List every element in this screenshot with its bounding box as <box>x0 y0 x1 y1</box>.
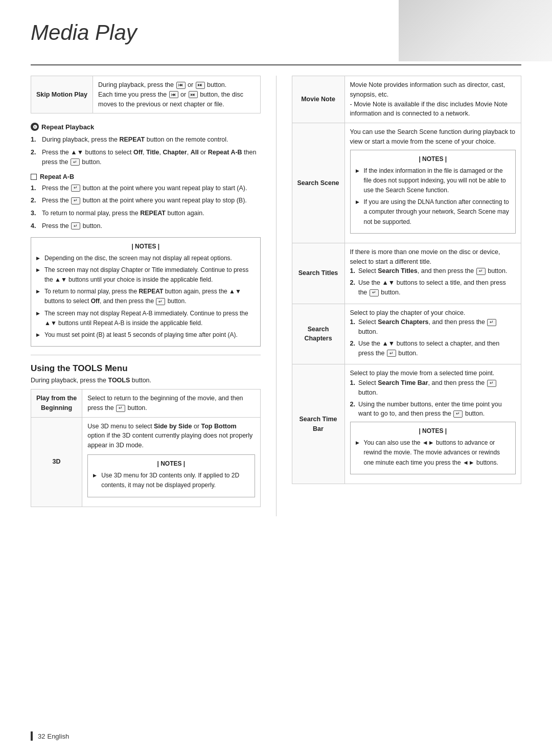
search-chapters-content: Select to play the chapter of your choic… <box>344 304 521 364</box>
search-titles-label: Search Titles <box>292 243 344 304</box>
tools-title: Using the TOOLS Menu <box>31 363 261 374</box>
search-scene-label: Search Scene <box>292 123 344 243</box>
enter-icon-1: ↵ <box>71 185 80 192</box>
stb-notes: | NOTES | You can also use the ◄► button… <box>350 422 516 474</box>
left-notes-box: | NOTES | Depending on the disc, the scr… <box>31 237 261 347</box>
stb-item-1: 1. Select Search Time Bar, and then pres… <box>350 378 516 398</box>
checkbox-icon <box>31 174 37 180</box>
stb-item-2: 2. Using the number buttons, enter the t… <box>350 400 516 419</box>
search-chapters-label: Search Chapters <box>292 304 344 364</box>
stb-notes-list: You can also use the ◄► buttons to advan… <box>356 438 511 468</box>
note-5: You must set point (B) at least 5 second… <box>36 330 255 340</box>
threed-notes-title: | NOTES | <box>93 459 249 469</box>
title-area: Media Play <box>31 20 521 65</box>
ab-item-4: 4. Press the ↵ button. <box>31 221 261 231</box>
search-scene-content: You can use the Search Scene function du… <box>344 123 521 243</box>
enter-icon-stb1: ↵ <box>487 380 496 387</box>
page-footer: 32 English <box>31 731 69 741</box>
note-2: The screen may not display Chapter or Ti… <box>36 265 255 285</box>
enter-icon-stb2: ↵ <box>453 410 463 418</box>
note-4: The screen may not display Repeat A-B im… <box>36 309 255 328</box>
search-titles-row: Search Titles If there is more than one … <box>292 243 521 304</box>
prev-btn-icon2: ⏮ <box>169 91 178 98</box>
ab-item-3: 3. To return to normal play, press the R… <box>31 209 261 218</box>
play-beginning-content: Select to return to the beginning of the… <box>82 390 260 418</box>
repeat-ab-list: 1. Press the ↵ button at the point where… <box>31 184 261 231</box>
enter-icon-sc1: ↵ <box>487 319 496 326</box>
notes-list: Depending on the disc, the screen may no… <box>36 254 255 340</box>
threed-label: 3D <box>31 417 82 507</box>
search-time-bar-content: Select to play the movie from a selected… <box>344 364 521 484</box>
threed-notes: | NOTES | Use 3D menu for 3D contents on… <box>87 454 255 497</box>
stb-note-1: You can also use the ◄► buttons to advan… <box>356 438 511 468</box>
footer-language: English <box>47 732 69 740</box>
search-scene-notes-title: | NOTES | <box>356 154 511 164</box>
page-title: Media Play <box>31 20 521 49</box>
search-chapters-list: 1. Select Search Chapters, and then pres… <box>350 317 516 358</box>
left-column: Skip Motion Play During playback, press … <box>31 76 261 516</box>
enter-icon-sc2: ↵ <box>387 350 396 357</box>
enter-icon-st2: ↵ <box>370 289 379 296</box>
ss-note-2: If you are using the DLNA function after… <box>356 197 511 227</box>
search-scene-notes: | NOTES | If the index information in th… <box>350 150 516 234</box>
search-scene-notes-list: If the index information in the file is … <box>356 166 511 227</box>
search-titles-content: If there is more than one movie on the d… <box>344 243 521 304</box>
threed-content: Use 3D menu to select Side by Side or To… <box>82 417 260 507</box>
st-item-2: 2. Use the ▲▼ buttons to select a title,… <box>350 278 516 297</box>
sc-item-1: 1. Select Search Chapters, and then pres… <box>350 317 516 337</box>
skip-motion-label: Skip Motion Play <box>31 76 93 113</box>
skip-motion-table: Skip Motion Play During playback, press … <box>31 76 261 113</box>
next-btn-icon2: ⏭ <box>189 91 198 98</box>
repeat-item-1: 1. During playback, press the REPEAT but… <box>31 135 261 145</box>
notes-title: | NOTES | <box>36 242 255 251</box>
search-time-bar-list: 1. Select Search Time Bar, and then pres… <box>350 378 516 419</box>
footer-bar <box>31 731 33 741</box>
content-wrapper: Skip Motion Play During playback, press … <box>31 76 521 516</box>
search-time-bar-row: Search Time Bar Select to play the movie… <box>292 364 521 484</box>
section-divider <box>31 355 261 355</box>
search-titles-list: 1. Select Search Titles, and then press … <box>350 266 516 297</box>
repeat-playback-title: Repeat Playback <box>41 123 94 131</box>
skip-motion-content: During playback, press the ⏮ or ⏭ button… <box>93 76 260 113</box>
ab-item-2: 2. Press the ↵ button at the point where… <box>31 196 261 205</box>
tools-subtitle: During playback, press the TOOLS button. <box>31 377 261 384</box>
search-time-bar-label: Search Time Bar <box>292 364 344 484</box>
enter-icon-st1: ↵ <box>476 268 486 275</box>
repeat-ab-title: Repeat A-B <box>31 173 261 180</box>
st-item-1: 1. Select Search Titles, and then press … <box>350 266 516 276</box>
repeat-item-2: 2. Press the ▲▼ buttons to select Off, T… <box>31 148 261 167</box>
repeat-circle-icon: ❻ <box>31 123 39 131</box>
right-table: Movie Note Movie Note provides informati… <box>292 76 522 484</box>
search-scene-row: Search Scene You can use the Search Scen… <box>292 123 521 243</box>
top-divider <box>31 64 521 65</box>
sc-item-2: 2. Use the ▲▼ buttons to select a chapte… <box>350 339 516 358</box>
page-number: 32 <box>38 732 45 740</box>
enter-icon-2: ↵ <box>71 197 80 204</box>
page: Media Play Skip Motion Play During playb… <box>0 0 552 756</box>
enter-icon-3: ↵ <box>71 222 80 230</box>
repeat-playback-list: 1. During playback, press the REPEAT but… <box>31 135 261 167</box>
ss-note-1: If the index information in the file is … <box>356 166 511 196</box>
enter-icon-pb: ↵ <box>116 405 125 412</box>
play-beginning-label: Play from the Beginning <box>31 390 82 418</box>
repeat-playback-section: ❻ Repeat Playback <box>31 123 261 131</box>
tools-section: Using the TOOLS Menu During playback, pr… <box>31 363 261 507</box>
search-chapters-row: Search Chapters Select to play the chapt… <box>292 304 521 364</box>
repeat-ab-section: Repeat A-B 1. Press the ↵ button at the … <box>31 173 261 231</box>
movie-note-content: Movie Note provides information such as … <box>344 76 521 123</box>
right-column: Movie Note Movie Note provides informati… <box>276 76 522 516</box>
threed-notes-list: Use 3D menu for 3D contents only. If app… <box>93 471 249 490</box>
threed-note-1: Use 3D menu for 3D contents only. If app… <box>93 471 249 490</box>
next-btn-icon: ⏭ <box>196 82 205 89</box>
note-3: To return to normal play, press the REPE… <box>36 287 255 306</box>
movie-note-label: Movie Note <box>292 76 344 123</box>
ab-item-1: 1. Press the ↵ button at the point where… <box>31 184 261 193</box>
stb-notes-title: | NOTES | <box>356 426 511 436</box>
note-1: Depending on the disc, the screen may no… <box>36 254 255 263</box>
enter-btn-icon: ↵ <box>71 158 80 166</box>
prev-btn-icon: ⏮ <box>176 82 186 89</box>
enter-icon-n: ↵ <box>156 298 165 305</box>
tools-table: Play from the Beginning Select to return… <box>31 389 261 507</box>
movie-note-row: Movie Note Movie Note provides informati… <box>292 76 521 123</box>
